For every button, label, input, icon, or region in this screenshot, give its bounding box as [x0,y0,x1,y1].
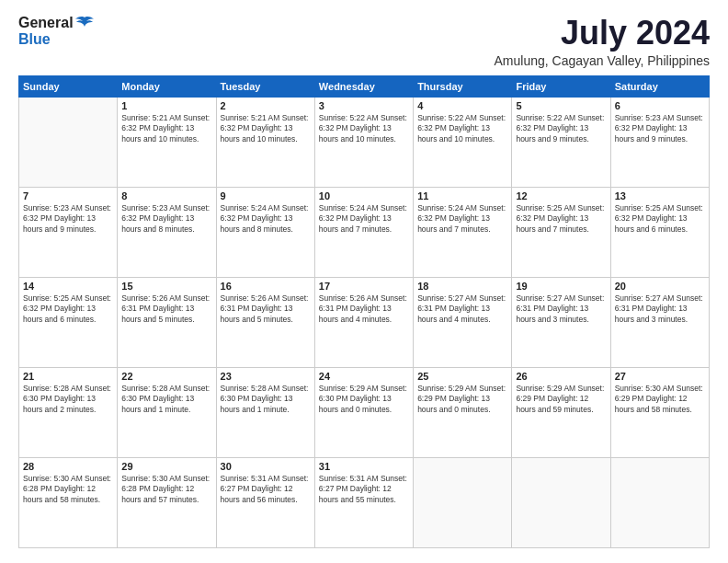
table-row [610,457,709,547]
day-info: Sunrise: 5:22 AM Sunset: 6:32 PM Dayligh… [516,113,606,144]
day-number: 19 [516,281,606,292]
day-info: Sunrise: 5:28 AM Sunset: 6:30 PM Dayligh… [23,384,113,415]
page: General Blue July 2024 Amulung, Cagayan … [0,0,728,563]
table-row: 10Sunrise: 5:24 AM Sunset: 6:32 PM Dayli… [314,187,413,277]
day-number: 12 [516,190,606,201]
day-number: 30 [221,461,311,472]
table-row: 12Sunrise: 5:25 AM Sunset: 6:32 PM Dayli… [512,187,610,277]
table-row: 24Sunrise: 5:29 AM Sunset: 6:30 PM Dayli… [314,367,413,457]
day-number: 29 [121,461,211,472]
day-info: Sunrise: 5:24 AM Sunset: 6:32 PM Dayligh… [417,203,507,235]
day-number: 2 [221,100,311,111]
logo: General Blue [18,15,94,48]
day-info: Sunrise: 5:31 AM Sunset: 6:27 PM Dayligh… [319,474,409,505]
day-number: 6 [615,100,705,111]
day-number: 17 [319,281,409,292]
day-number: 31 [319,461,409,472]
table-row: 2Sunrise: 5:21 AM Sunset: 6:32 PM Daylig… [216,97,314,187]
day-number: 23 [221,371,311,382]
col-wednesday: Wednesday [314,75,413,97]
day-number: 13 [615,190,705,201]
day-info: Sunrise: 5:23 AM Sunset: 6:32 PM Dayligh… [615,113,705,144]
day-info: Sunrise: 5:28 AM Sunset: 6:30 PM Dayligh… [121,384,211,415]
col-tuesday: Tuesday [216,75,314,97]
calendar-week-row: 7Sunrise: 5:23 AM Sunset: 6:32 PM Daylig… [19,187,710,277]
table-row: 26Sunrise: 5:29 AM Sunset: 6:29 PM Dayli… [512,367,610,457]
day-number: 26 [516,371,606,382]
day-info: Sunrise: 5:21 AM Sunset: 6:32 PM Dayligh… [221,113,311,144]
table-row: 3Sunrise: 5:22 AM Sunset: 6:32 PM Daylig… [314,97,413,187]
day-number: 27 [615,371,705,382]
day-number: 11 [417,190,507,201]
day-number: 28 [23,461,113,472]
title-block: July 2024 Amulung, Cagayan Valley, Phili… [494,15,710,68]
col-monday: Monday [118,75,216,97]
table-row: 20Sunrise: 5:27 AM Sunset: 6:31 PM Dayli… [610,277,709,367]
day-number: 5 [516,100,606,111]
day-info: Sunrise: 5:30 AM Sunset: 6:29 PM Dayligh… [615,384,705,415]
table-row: 28Sunrise: 5:30 AM Sunset: 6:28 PM Dayli… [19,457,118,547]
table-row: 7Sunrise: 5:23 AM Sunset: 6:32 PM Daylig… [19,187,118,277]
table-row: 18Sunrise: 5:27 AM Sunset: 6:31 PM Dayli… [414,277,512,367]
calendar-week-row: 1Sunrise: 5:21 AM Sunset: 6:32 PM Daylig… [19,97,710,187]
logo-general: General [18,15,74,31]
table-row: 23Sunrise: 5:28 AM Sunset: 6:30 PM Dayli… [216,367,314,457]
table-row: 25Sunrise: 5:29 AM Sunset: 6:29 PM Dayli… [414,367,512,457]
calendar-week-row: 21Sunrise: 5:28 AM Sunset: 6:30 PM Dayli… [19,367,710,457]
calendar-table: Sunday Monday Tuesday Wednesday Thursday… [18,75,710,548]
table-row: 30Sunrise: 5:31 AM Sunset: 6:27 PM Dayli… [216,457,314,547]
table-row: 4Sunrise: 5:22 AM Sunset: 6:32 PM Daylig… [414,97,512,187]
day-number: 16 [221,281,311,292]
col-sunday: Sunday [19,75,118,97]
calendar-header-row: Sunday Monday Tuesday Wednesday Thursday… [19,75,710,97]
table-row: 13Sunrise: 5:25 AM Sunset: 6:32 PM Dayli… [610,187,709,277]
day-number: 1 [121,100,211,111]
day-info: Sunrise: 5:26 AM Sunset: 6:31 PM Dayligh… [221,293,311,325]
day-number: 3 [319,100,409,111]
day-info: Sunrise: 5:24 AM Sunset: 6:32 PM Dayligh… [319,203,409,235]
day-info: Sunrise: 5:30 AM Sunset: 6:28 PM Dayligh… [23,474,113,505]
day-info: Sunrise: 5:23 AM Sunset: 6:32 PM Dayligh… [121,203,211,235]
day-number: 24 [319,371,409,382]
day-info: Sunrise: 5:27 AM Sunset: 6:31 PM Dayligh… [615,293,705,325]
day-number: 10 [319,190,409,201]
day-number: 8 [121,190,211,201]
col-thursday: Thursday [414,75,512,97]
col-friday: Friday [512,75,610,97]
day-info: Sunrise: 5:26 AM Sunset: 6:31 PM Dayligh… [121,293,211,325]
table-row: 29Sunrise: 5:30 AM Sunset: 6:28 PM Dayli… [118,457,216,547]
day-info: Sunrise: 5:31 AM Sunset: 6:27 PM Dayligh… [221,474,311,505]
day-info: Sunrise: 5:29 AM Sunset: 6:30 PM Dayligh… [319,384,409,415]
day-number: 25 [417,371,507,382]
table-row: 1Sunrise: 5:21 AM Sunset: 6:32 PM Daylig… [118,97,216,187]
table-row: 16Sunrise: 5:26 AM Sunset: 6:31 PM Dayli… [216,277,314,367]
day-number: 7 [23,190,113,201]
day-number: 22 [121,371,211,382]
table-row [414,457,512,547]
day-info: Sunrise: 5:27 AM Sunset: 6:31 PM Dayligh… [516,293,606,325]
day-number: 4 [417,100,507,111]
day-info: Sunrise: 5:23 AM Sunset: 6:32 PM Dayligh… [23,203,113,235]
day-number: 14 [23,281,113,292]
header: General Blue July 2024 Amulung, Cagayan … [18,15,710,68]
day-info: Sunrise: 5:29 AM Sunset: 6:29 PM Dayligh… [516,384,606,415]
day-info: Sunrise: 5:25 AM Sunset: 6:32 PM Dayligh… [516,203,606,235]
day-info: Sunrise: 5:21 AM Sunset: 6:32 PM Dayligh… [121,113,211,144]
day-number: 15 [121,281,211,292]
table-row: 27Sunrise: 5:30 AM Sunset: 6:29 PM Dayli… [610,367,709,457]
table-row: 11Sunrise: 5:24 AM Sunset: 6:32 PM Dayli… [414,187,512,277]
day-info: Sunrise: 5:27 AM Sunset: 6:31 PM Dayligh… [417,293,507,325]
table-row: 15Sunrise: 5:26 AM Sunset: 6:31 PM Dayli… [118,277,216,367]
day-info: Sunrise: 5:24 AM Sunset: 6:32 PM Dayligh… [221,203,311,235]
day-number: 20 [615,281,705,292]
table-row: 6Sunrise: 5:23 AM Sunset: 6:32 PM Daylig… [610,97,709,187]
table-row: 31Sunrise: 5:31 AM Sunset: 6:27 PM Dayli… [314,457,413,547]
calendar-week-row: 14Sunrise: 5:25 AM Sunset: 6:32 PM Dayli… [19,277,710,367]
day-info: Sunrise: 5:22 AM Sunset: 6:32 PM Dayligh… [417,113,507,144]
table-row: 14Sunrise: 5:25 AM Sunset: 6:32 PM Dayli… [19,277,118,367]
day-info: Sunrise: 5:28 AM Sunset: 6:30 PM Dayligh… [221,384,311,415]
day-info: Sunrise: 5:29 AM Sunset: 6:29 PM Dayligh… [417,384,507,415]
table-row: 21Sunrise: 5:28 AM Sunset: 6:30 PM Dayli… [19,367,118,457]
logo-bird-icon [75,16,94,30]
table-row [19,97,118,187]
